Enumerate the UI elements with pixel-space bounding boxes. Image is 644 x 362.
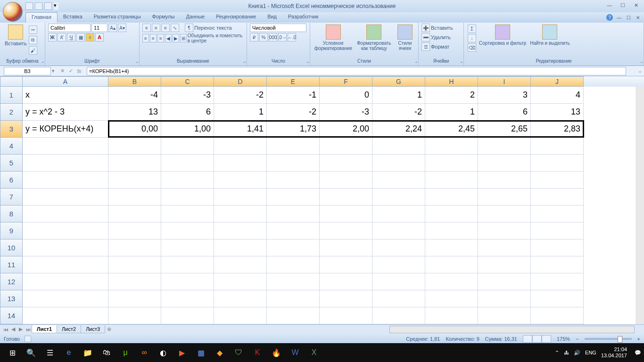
cell[interactable]	[214, 273, 267, 290]
cell[interactable]	[214, 189, 267, 206]
cell[interactable]	[108, 256, 161, 273]
cell[interactable]	[161, 290, 214, 307]
next-sheet-icon[interactable]: ▶	[17, 326, 25, 333]
tray-clock[interactable]: 21:04 13.04.2017	[601, 346, 630, 359]
cell[interactable]	[267, 222, 320, 239]
sheet-tab-1[interactable]: Лист1	[32, 325, 57, 333]
tab-data[interactable]: Данные	[180, 12, 210, 23]
cell-c1[interactable]: -3	[161, 87, 214, 104]
row-header-13[interactable]: 13	[0, 290, 23, 307]
row-header-10[interactable]: 10	[0, 239, 23, 256]
cell[interactable]	[372, 206, 425, 222]
tab-formulas[interactable]: Формулы	[147, 12, 181, 23]
insert-cells-label[interactable]: Вставить	[431, 25, 453, 31]
close-button[interactable]: ✕	[630, 1, 642, 9]
cancel-formula-icon[interactable]: ✕	[58, 67, 66, 75]
cell-c3[interactable]: 1,00	[161, 121, 214, 138]
cell[interactable]	[108, 206, 161, 222]
cell[interactable]	[478, 155, 531, 172]
font-size-select[interactable]: 11	[91, 24, 107, 32]
notifications-icon[interactable]: 💬	[635, 350, 641, 356]
cell[interactable]	[425, 273, 478, 290]
minimize-ribbon-icon[interactable]: —	[616, 14, 622, 21]
cell[interactable]	[214, 206, 267, 222]
task-view-icon[interactable]: ☰	[41, 343, 59, 362]
word-icon[interactable]: W	[286, 343, 305, 362]
cell-a3[interactable]: y = КОРЕНЬ(x+4)	[23, 121, 108, 138]
cell[interactable]	[161, 307, 214, 324]
cell[interactable]	[372, 155, 425, 172]
cell-b1[interactable]: -4	[108, 87, 161, 104]
cell[interactable]	[478, 239, 531, 256]
zoom-in-icon[interactable]: +	[637, 336, 640, 342]
cell[interactable]	[425, 155, 478, 172]
border-icon[interactable]: ▦	[76, 33, 85, 41]
cell[interactable]	[267, 273, 320, 290]
zoom-slider[interactable]	[585, 338, 632, 340]
cell-e2[interactable]: -2	[267, 104, 320, 121]
sheet-tab-2[interactable]: Лист2	[57, 325, 81, 333]
cell[interactable]	[214, 307, 267, 324]
cell[interactable]	[478, 290, 531, 307]
cell[interactable]	[267, 239, 320, 256]
cell-j3[interactable]: 2,83	[531, 121, 584, 138]
merge-icon[interactable]: ⊞	[180, 34, 187, 42]
cell-b2[interactable]: 13	[108, 104, 161, 121]
cell-i1[interactable]: 3	[478, 87, 531, 104]
save-icon[interactable]	[25, 2, 33, 10]
cell[interactable]	[320, 256, 372, 273]
fill-icon[interactable]: ↓	[468, 34, 476, 42]
cell[interactable]	[214, 290, 267, 307]
cell[interactable]	[531, 290, 584, 307]
cell[interactable]	[372, 273, 425, 290]
row-header-7[interactable]: 7	[0, 189, 23, 206]
increase-decimal-icon[interactable]: .0→	[278, 33, 287, 41]
paste-button[interactable]: Вставить	[3, 24, 29, 55]
cell[interactable]	[531, 256, 584, 273]
cell[interactable]	[161, 189, 214, 206]
kaspersky-icon[interactable]: K	[248, 343, 267, 362]
font-name-select[interactable]: Calibri	[48, 24, 91, 32]
row-header-12[interactable]: 12	[0, 273, 23, 290]
row-header-9[interactable]: 9	[0, 222, 23, 239]
horizontal-scrollbar[interactable]	[389, 326, 635, 333]
cell[interactable]	[320, 138, 372, 155]
cell[interactable]	[161, 239, 214, 256]
tray-chevron-icon[interactable]: ⌃	[555, 350, 559, 356]
font-color-icon[interactable]: A	[95, 33, 104, 41]
currency-icon[interactable]: ₽	[250, 33, 258, 41]
cell-f3[interactable]: 2,00	[320, 121, 372, 138]
select-all-corner[interactable]	[0, 76, 23, 87]
name-box[interactable]: B3	[4, 67, 51, 75]
cell[interactable]	[372, 239, 425, 256]
cell[interactable]	[372, 222, 425, 239]
cell[interactable]	[425, 206, 478, 222]
cell[interactable]	[372, 189, 425, 206]
zoom-out-icon[interactable]: −	[576, 336, 578, 342]
merge-label[interactable]: Объединить и поместить в центре	[188, 33, 244, 43]
zoom-level[interactable]: 175%	[557, 336, 570, 342]
chrome-icon[interactable]: ◐	[154, 343, 173, 362]
percent-icon[interactable]: %	[259, 33, 268, 41]
format-painter-icon[interactable]: 🖌	[29, 46, 37, 55]
cell-e3[interactable]: 1,73	[267, 121, 320, 138]
align-center-icon[interactable]: ≡	[150, 34, 157, 42]
tab-page-layout[interactable]: Разметка страницы	[88, 12, 147, 23]
macro-record-icon[interactable]	[25, 336, 31, 342]
cell[interactable]	[23, 138, 108, 155]
copy-icon[interactable]: ⧉	[29, 36, 37, 44]
fx-icon[interactable]: fx	[75, 67, 83, 75]
cell[interactable]	[320, 206, 372, 222]
start-button[interactable]: ⊞	[3, 343, 22, 362]
cell-a1[interactable]: x	[23, 87, 108, 104]
autosum-icon[interactable]: Σ	[468, 25, 476, 33]
explorer-icon[interactable]: 📁	[78, 343, 97, 362]
cell[interactable]	[161, 273, 214, 290]
last-sheet-icon[interactable]: ⏭	[25, 326, 32, 333]
orientation-icon[interactable]: ⤡	[171, 24, 179, 32]
shrink-font-icon[interactable]: A▾	[118, 24, 126, 32]
cell[interactable]	[108, 155, 161, 172]
cell[interactable]	[267, 189, 320, 206]
tray-network-icon[interactable]: 🖧	[564, 350, 569, 355]
cell[interactable]	[478, 222, 531, 239]
